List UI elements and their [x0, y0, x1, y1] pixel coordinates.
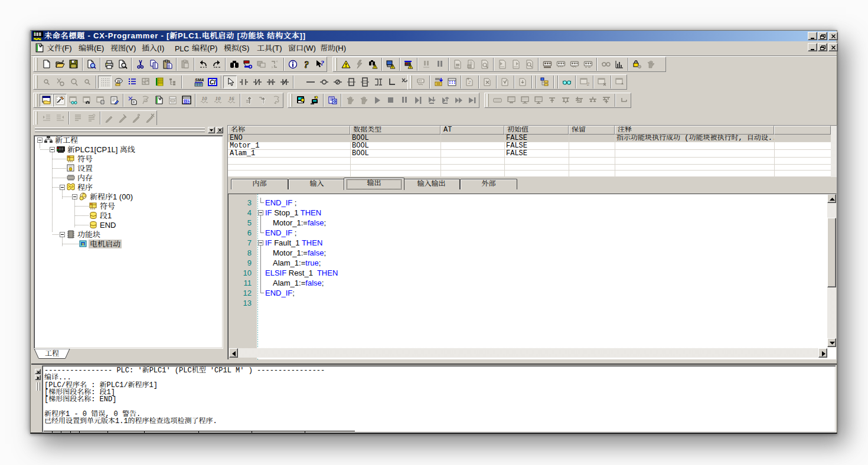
svg-text:CI: CI	[210, 79, 216, 86]
svg-text:16: 16	[229, 96, 234, 101]
svg-text:SMA: SMA	[195, 78, 204, 82]
svg-text:10: 10	[201, 96, 207, 101]
svg-text:S: S	[81, 243, 84, 246]
svg-text:?: ?	[304, 60, 309, 69]
svg-text:?: ?	[321, 60, 324, 67]
svg-text:2: 2	[467, 80, 471, 85]
svg-text:002: 002	[184, 101, 190, 105]
svg-text:10: 10	[215, 96, 221, 101]
svg-text:2: 2	[586, 81, 589, 87]
